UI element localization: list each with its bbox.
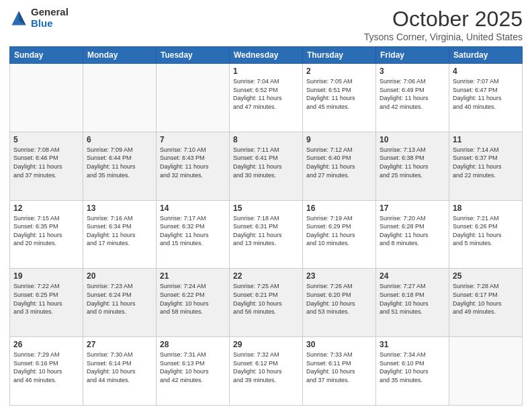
table-row: 30Sunrise: 7:33 AM Sunset: 6:11 PM Dayli… bbox=[303, 337, 376, 406]
logo-general-text: General bbox=[31, 7, 69, 18]
table-row: 6Sunrise: 7:09 AM Sunset: 6:44 PM Daylig… bbox=[83, 132, 157, 200]
table-row bbox=[157, 64, 230, 132]
day-info: Sunrise: 7:15 AM Sunset: 6:35 PM Dayligh… bbox=[13, 214, 79, 248]
table-row: 2Sunrise: 7:05 AM Sunset: 6:51 PM Daylig… bbox=[303, 64, 376, 132]
weekday-header-row: Sunday Monday Tuesday Wednesday Thursday… bbox=[10, 47, 523, 64]
table-row: 20Sunrise: 7:23 AM Sunset: 6:24 PM Dayli… bbox=[83, 269, 157, 337]
day-number: 4 bbox=[453, 66, 519, 76]
day-number: 26 bbox=[13, 340, 79, 349]
day-number: 21 bbox=[160, 271, 226, 281]
day-info: Sunrise: 7:17 AM Sunset: 6:32 PM Dayligh… bbox=[160, 214, 226, 248]
logo: General Blue bbox=[9, 7, 69, 29]
calendar-week-row: 12Sunrise: 7:15 AM Sunset: 6:35 PM Dayli… bbox=[10, 200, 523, 269]
page: General Blue October 2025 Tysons Corner,… bbox=[0, 0, 532, 411]
day-info: Sunrise: 7:29 AM Sunset: 6:16 PM Dayligh… bbox=[13, 351, 79, 384]
day-number: 10 bbox=[380, 135, 445, 144]
day-info: Sunrise: 7:10 AM Sunset: 6:43 PM Dayligh… bbox=[160, 146, 226, 179]
table-row: 18Sunrise: 7:21 AM Sunset: 6:26 PM Dayli… bbox=[449, 200, 523, 269]
day-number: 16 bbox=[306, 203, 372, 213]
day-number: 11 bbox=[453, 135, 519, 144]
header-sunday: Sunday bbox=[10, 47, 83, 64]
header-thursday: Thursday bbox=[303, 47, 376, 64]
day-number: 15 bbox=[233, 203, 299, 213]
calendar-body: 1Sunrise: 7:04 AM Sunset: 6:52 PM Daylig… bbox=[10, 64, 523, 406]
day-info: Sunrise: 7:21 AM Sunset: 6:26 PM Dayligh… bbox=[453, 214, 519, 248]
table-row: 19Sunrise: 7:22 AM Sunset: 6:25 PM Dayli… bbox=[10, 269, 83, 337]
day-info: Sunrise: 7:09 AM Sunset: 6:44 PM Dayligh… bbox=[87, 146, 152, 179]
calendar-week-row: 5Sunrise: 7:08 AM Sunset: 6:46 PM Daylig… bbox=[10, 132, 523, 200]
table-row: 23Sunrise: 7:26 AM Sunset: 6:20 PM Dayli… bbox=[303, 269, 376, 337]
day-info: Sunrise: 7:14 AM Sunset: 6:37 PM Dayligh… bbox=[453, 146, 519, 179]
table-row bbox=[10, 64, 83, 132]
logo-text: General Blue bbox=[31, 7, 69, 29]
day-number: 13 bbox=[87, 203, 152, 213]
day-info: Sunrise: 7:34 AM Sunset: 6:10 PM Dayligh… bbox=[380, 351, 445, 384]
day-info: Sunrise: 7:18 AM Sunset: 6:31 PM Dayligh… bbox=[233, 214, 299, 248]
day-number: 29 bbox=[233, 340, 299, 349]
day-info: Sunrise: 7:19 AM Sunset: 6:29 PM Dayligh… bbox=[306, 214, 372, 248]
calendar-table: Sunday Monday Tuesday Wednesday Thursday… bbox=[9, 46, 523, 406]
day-info: Sunrise: 7:13 AM Sunset: 6:38 PM Dayligh… bbox=[380, 146, 445, 179]
header-wednesday: Wednesday bbox=[230, 47, 303, 64]
calendar-week-row: 26Sunrise: 7:29 AM Sunset: 6:16 PM Dayli… bbox=[10, 337, 523, 406]
day-info: Sunrise: 7:25 AM Sunset: 6:21 PM Dayligh… bbox=[233, 282, 299, 316]
calendar-week-row: 1Sunrise: 7:04 AM Sunset: 6:52 PM Daylig… bbox=[10, 64, 523, 132]
logo-blue-text: Blue bbox=[31, 18, 69, 30]
day-number: 5 bbox=[13, 135, 79, 144]
table-row: 15Sunrise: 7:18 AM Sunset: 6:31 PM Dayli… bbox=[230, 200, 303, 269]
table-row: 16Sunrise: 7:19 AM Sunset: 6:29 PM Dayli… bbox=[303, 200, 376, 269]
table-row: 26Sunrise: 7:29 AM Sunset: 6:16 PM Dayli… bbox=[10, 337, 83, 406]
table-row: 3Sunrise: 7:06 AM Sunset: 6:49 PM Daylig… bbox=[376, 64, 449, 132]
day-info: Sunrise: 7:11 AM Sunset: 6:41 PM Dayligh… bbox=[233, 146, 299, 179]
day-number: 24 bbox=[380, 271, 445, 281]
day-number: 22 bbox=[233, 271, 299, 281]
day-number: 20 bbox=[87, 271, 152, 281]
day-number: 28 bbox=[160, 340, 226, 349]
table-row: 12Sunrise: 7:15 AM Sunset: 6:35 PM Dayli… bbox=[10, 200, 83, 269]
table-row: 7Sunrise: 7:10 AM Sunset: 6:43 PM Daylig… bbox=[157, 132, 230, 200]
day-number: 9 bbox=[306, 135, 372, 144]
logo-icon bbox=[9, 9, 28, 28]
table-row: 9Sunrise: 7:12 AM Sunset: 6:40 PM Daylig… bbox=[303, 132, 376, 200]
day-number: 23 bbox=[306, 271, 372, 281]
day-info: Sunrise: 7:23 AM Sunset: 6:24 PM Dayligh… bbox=[87, 282, 152, 316]
day-number: 8 bbox=[233, 135, 299, 144]
header-saturday: Saturday bbox=[449, 47, 523, 64]
month-title: October 2025 bbox=[364, 7, 523, 32]
day-number: 3 bbox=[380, 66, 445, 76]
day-info: Sunrise: 7:12 AM Sunset: 6:40 PM Dayligh… bbox=[306, 146, 372, 179]
calendar-header: Sunday Monday Tuesday Wednesday Thursday… bbox=[10, 47, 523, 64]
table-row: 14Sunrise: 7:17 AM Sunset: 6:32 PM Dayli… bbox=[157, 200, 230, 269]
day-info: Sunrise: 7:26 AM Sunset: 6:20 PM Dayligh… bbox=[306, 282, 372, 316]
table-row: 4Sunrise: 7:07 AM Sunset: 6:47 PM Daylig… bbox=[449, 64, 523, 132]
table-row: 29Sunrise: 7:32 AM Sunset: 6:12 PM Dayli… bbox=[230, 337, 303, 406]
header-right: October 2025 Tysons Corner, Virginia, Un… bbox=[364, 7, 523, 42]
table-row: 10Sunrise: 7:13 AM Sunset: 6:38 PM Dayli… bbox=[376, 132, 449, 200]
day-info: Sunrise: 7:07 AM Sunset: 6:47 PM Dayligh… bbox=[453, 77, 519, 111]
day-number: 17 bbox=[380, 203, 445, 213]
day-info: Sunrise: 7:28 AM Sunset: 6:17 PM Dayligh… bbox=[453, 282, 519, 316]
day-info: Sunrise: 7:20 AM Sunset: 6:28 PM Dayligh… bbox=[380, 214, 445, 248]
day-info: Sunrise: 7:33 AM Sunset: 6:11 PM Dayligh… bbox=[306, 351, 372, 384]
table-row: 5Sunrise: 7:08 AM Sunset: 6:46 PM Daylig… bbox=[10, 132, 83, 200]
day-number: 27 bbox=[87, 340, 152, 349]
day-info: Sunrise: 7:32 AM Sunset: 6:12 PM Dayligh… bbox=[233, 351, 299, 384]
table-row: 22Sunrise: 7:25 AM Sunset: 6:21 PM Dayli… bbox=[230, 269, 303, 337]
calendar-week-row: 19Sunrise: 7:22 AM Sunset: 6:25 PM Dayli… bbox=[10, 269, 523, 337]
table-row bbox=[83, 64, 157, 132]
table-row: 8Sunrise: 7:11 AM Sunset: 6:41 PM Daylig… bbox=[230, 132, 303, 200]
day-number: 6 bbox=[87, 135, 152, 144]
day-info: Sunrise: 7:31 AM Sunset: 6:13 PM Dayligh… bbox=[160, 351, 226, 384]
day-info: Sunrise: 7:04 AM Sunset: 6:52 PM Dayligh… bbox=[233, 77, 299, 111]
day-info: Sunrise: 7:24 AM Sunset: 6:22 PM Dayligh… bbox=[160, 282, 226, 316]
table-row: 21Sunrise: 7:24 AM Sunset: 6:22 PM Dayli… bbox=[157, 269, 230, 337]
table-row bbox=[449, 337, 523, 406]
day-info: Sunrise: 7:08 AM Sunset: 6:46 PM Dayligh… bbox=[13, 146, 79, 179]
day-number: 25 bbox=[453, 271, 519, 281]
header-tuesday: Tuesday bbox=[157, 47, 230, 64]
day-info: Sunrise: 7:22 AM Sunset: 6:25 PM Dayligh… bbox=[13, 282, 79, 316]
day-number: 19 bbox=[13, 271, 79, 281]
location: Tysons Corner, Virginia, United States bbox=[364, 32, 523, 42]
day-info: Sunrise: 7:27 AM Sunset: 6:18 PM Dayligh… bbox=[380, 282, 445, 316]
table-row: 1Sunrise: 7:04 AM Sunset: 6:52 PM Daylig… bbox=[230, 64, 303, 132]
